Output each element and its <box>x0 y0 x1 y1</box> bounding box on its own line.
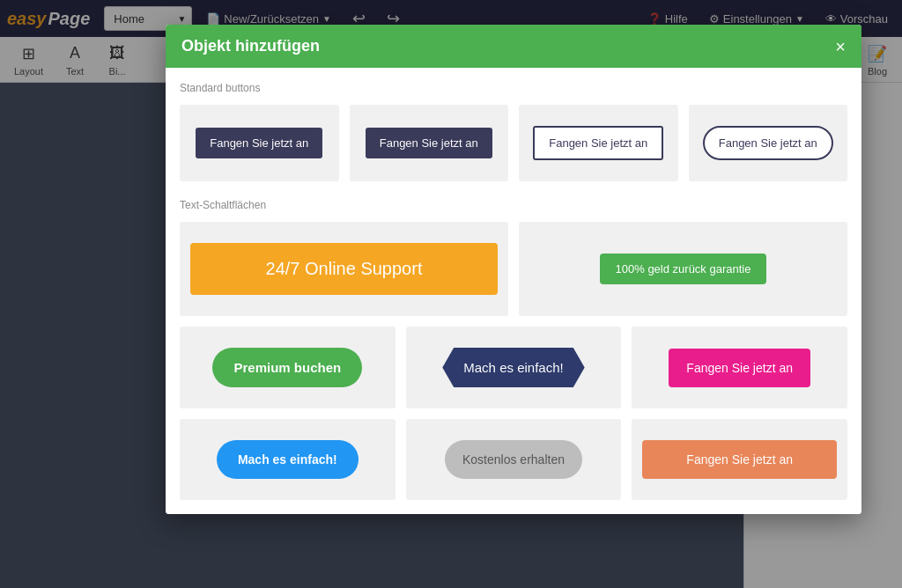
btn-cell-1: Fangen Sie jetzt an <box>180 105 339 181</box>
btn-dark-filled-1[interactable]: Fangen Sie jetzt an <box>196 128 322 158</box>
text-btn-cell-orange: 24/7 Online Support <box>180 222 508 316</box>
text-btn-row-1: 24/7 Online Support 100% geld zurück gar… <box>180 222 847 316</box>
text-btn-row-3: Mach es einfach! Kostenlos erhalten Fang… <box>180 419 847 500</box>
btn-kostenlos[interactable]: Kostenlos erhalten <box>445 440 582 479</box>
add-object-modal: Objekt hinzufügen × Standard buttons Fan… <box>166 25 861 514</box>
btn-premium-buchen[interactable]: Premium buchen <box>212 348 362 387</box>
standard-buttons-grid: Fangen Sie jetzt an Fangen Sie jetzt an … <box>180 105 847 181</box>
text-btn-cell-orange-image: Fangen Sie jetzt an <box>632 419 847 500</box>
btn-cell-3: Fangen Sie jetzt an <box>519 105 678 181</box>
btn-dark-filled-2[interactable]: Fangen Sie jetzt an <box>366 128 492 158</box>
text-btn-cell-pink: Fangen Sie jetzt an <box>632 327 847 408</box>
btn-dark-outline-1[interactable]: Fangen Sie jetzt an <box>533 126 663 160</box>
text-btn-cell-hexagon: Mach es einfach! <box>406 327 622 408</box>
modal-title: Objekt hinzufügen <box>181 37 320 55</box>
text-btn-cell-blue-pill: Mach es einfach! <box>180 419 396 500</box>
btn-rounded-outline-1[interactable]: Fangen Sie jetzt an <box>703 126 833 160</box>
btn-mach-einfach-blue[interactable]: Mach es einfach! <box>217 440 359 479</box>
btn-geld-zuruck[interactable]: 100% geld zurück garantie <box>600 254 767 284</box>
text-btn-cell-green-rounded: Premium buchen <box>180 327 396 408</box>
btn-online-support[interactable]: 24/7 Online Support <box>190 243 498 295</box>
btn-mach-einfach-hex[interactable]: Mach es einfach! <box>442 348 584 387</box>
text-btn-cell-gray-pill: Kostenlos erhalten <box>406 419 622 500</box>
modal-close-button[interactable]: × <box>835 38 846 55</box>
text-buttons-label: Text-Schaltflächen <box>180 199 847 211</box>
text-btn-cell-green-text: 100% geld zurück garantie <box>519 222 847 316</box>
btn-cell-2: Fangen Sie jetzt an <box>350 105 509 181</box>
modal-body: Standard buttons Fangen Sie jetzt an Fan… <box>166 68 861 514</box>
modal-header: Objekt hinzufügen × <box>166 25 861 68</box>
text-btn-row-2: Premium buchen Mach es einfach! Fangen S… <box>180 327 847 408</box>
btn-fangen-pink[interactable]: Fangen Sie jetzt an <box>669 349 810 387</box>
btn-cell-4: Fangen Sie jetzt an <box>689 105 848 181</box>
btn-fangen-orange-image[interactable]: Fangen Sie jetzt an <box>642 440 837 479</box>
standard-buttons-label: Standard buttons <box>180 82 847 94</box>
